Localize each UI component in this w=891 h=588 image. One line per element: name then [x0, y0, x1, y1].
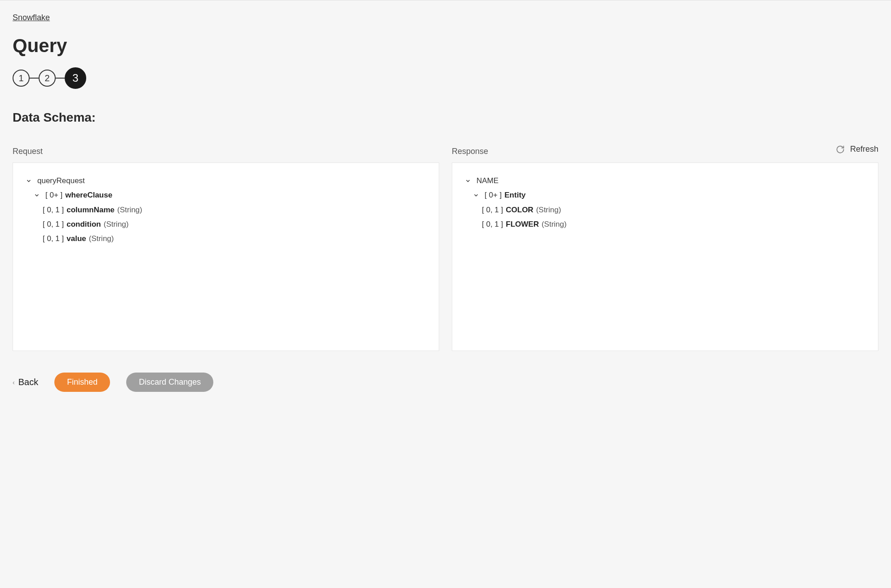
request-panel: queryRequest [ 0+ ] whereClause [ 0, 1 ]…	[13, 162, 439, 351]
tree-node-name: Entity	[504, 188, 525, 202]
tree-node[interactable]: [ 0+ ] Entity	[465, 188, 865, 202]
tree-node-cardinality: [ 0, 1 ]	[482, 203, 503, 217]
tree-node-cardinality: [ 0, 1 ]	[43, 203, 64, 217]
tree-node-type: (String)	[89, 232, 114, 246]
back-label: Back	[18, 377, 38, 387]
breadcrumb-link[interactable]: Snowflake	[13, 13, 50, 22]
step-2[interactable]: 2	[39, 70, 56, 87]
chevron-down-icon	[473, 192, 479, 198]
chevron-down-icon	[34, 192, 40, 198]
section-heading: Data Schema:	[13, 110, 878, 125]
tree-node-type: (String)	[117, 203, 142, 217]
tree-node[interactable]: queryRequest	[26, 174, 426, 188]
tree-node-name: queryRequest	[37, 174, 85, 188]
tree-leaf[interactable]: [ 0, 1 ] value (String)	[26, 232, 426, 246]
stepper: 1 2 3	[13, 67, 878, 89]
page-title: Query	[13, 35, 878, 57]
tree-leaf[interactable]: [ 0, 1 ] condition (String)	[26, 217, 426, 232]
tree-node-cardinality: [ 0+ ]	[485, 188, 502, 202]
step-3[interactable]: 3	[65, 67, 86, 89]
tree-node-cardinality: [ 0, 1 ]	[43, 232, 64, 246]
tree-node-name: FLOWER	[506, 217, 539, 232]
back-button[interactable]: ‹ Back	[13, 377, 38, 387]
chevron-left-icon: ‹	[13, 379, 15, 386]
response-panel-label: Response	[452, 147, 878, 156]
discard-button[interactable]: Discard Changes	[126, 373, 213, 392]
tree-node-type: (String)	[536, 203, 561, 217]
finished-button[interactable]: Finished	[54, 373, 110, 392]
tree-leaf[interactable]: [ 0, 1 ] FLOWER (String)	[465, 217, 865, 232]
tree-node-name: NAME	[476, 174, 498, 188]
tree-node-cardinality: [ 0, 1 ]	[482, 217, 503, 232]
tree-node-type: (String)	[104, 217, 129, 232]
chevron-down-icon	[465, 178, 471, 184]
chevron-down-icon	[26, 178, 32, 184]
tree-node[interactable]: [ 0+ ] whereClause	[26, 188, 426, 202]
tree-node-type: (String)	[542, 217, 567, 232]
tree-node-cardinality: [ 0+ ]	[45, 188, 62, 202]
request-panel-label: Request	[13, 147, 439, 156]
tree-node-name: whereClause	[65, 188, 112, 202]
tree-node-name: condition	[66, 217, 101, 232]
tree-node-name: columnName	[66, 203, 115, 217]
step-1[interactable]: 1	[13, 70, 30, 87]
step-connector	[30, 78, 39, 79]
step-connector	[56, 78, 65, 79]
tree-node-cardinality: [ 0, 1 ]	[43, 217, 64, 232]
tree-node-name: COLOR	[506, 203, 533, 217]
tree-leaf[interactable]: [ 0, 1 ] COLOR (String)	[465, 203, 865, 217]
tree-node-name: value	[66, 232, 86, 246]
tree-leaf[interactable]: [ 0, 1 ] columnName (String)	[26, 203, 426, 217]
tree-node[interactable]: NAME	[465, 174, 865, 188]
response-panel: NAME [ 0+ ] Entity [ 0, 1 ] COLOR (Strin…	[452, 162, 878, 351]
